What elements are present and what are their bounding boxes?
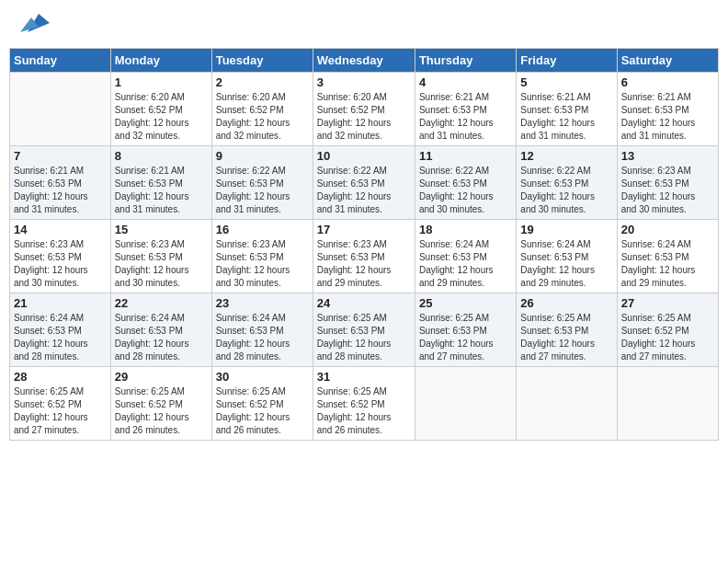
day-info: Sunrise: 6:25 AM Sunset: 6:52 PM Dayligh… <box>317 385 411 437</box>
weekday-friday: Friday <box>517 49 617 73</box>
weekday-tuesday: Tuesday <box>211 49 313 73</box>
day-info: Sunrise: 6:25 AM Sunset: 6:53 PM Dayligh… <box>419 312 512 363</box>
day-info: Sunrise: 6:24 AM Sunset: 6:53 PM Dayligh… <box>14 312 107 363</box>
day-info: Sunrise: 6:25 AM Sunset: 6:53 PM Dayligh… <box>317 312 411 363</box>
calendar-cell: 10Sunrise: 6:22 AM Sunset: 6:53 PM Dayli… <box>313 146 415 220</box>
day-info: Sunrise: 6:20 AM Sunset: 6:52 PM Dayligh… <box>115 91 208 143</box>
day-info: Sunrise: 6:25 AM Sunset: 6:52 PM Dayligh… <box>14 385 107 437</box>
day-info: Sunrise: 6:24 AM Sunset: 6:53 PM Dayligh… <box>621 238 714 290</box>
day-number: 25 <box>419 296 512 310</box>
calendar-cell: 8Sunrise: 6:21 AM Sunset: 6:53 PM Daylig… <box>110 146 211 220</box>
day-info: Sunrise: 6:22 AM Sunset: 6:53 PM Dayligh… <box>520 165 612 216</box>
logo <box>18 17 50 39</box>
day-info: Sunrise: 6:25 AM Sunset: 6:53 PM Dayligh… <box>520 312 612 363</box>
day-info: Sunrise: 6:21 AM Sunset: 6:53 PM Dayligh… <box>14 165 107 216</box>
day-number: 21 <box>14 296 107 310</box>
day-number: 9 <box>216 149 309 163</box>
calendar-cell: 28Sunrise: 6:25 AM Sunset: 6:52 PM Dayli… <box>10 367 111 441</box>
calendar-week-1: 1Sunrise: 6:20 AM Sunset: 6:52 PM Daylig… <box>10 73 719 146</box>
calendar-cell: 4Sunrise: 6:21 AM Sunset: 6:53 PM Daylig… <box>415 73 516 146</box>
calendar-cell <box>415 367 516 441</box>
day-number: 30 <box>216 370 309 384</box>
calendar-cell <box>517 367 617 441</box>
day-info: Sunrise: 6:20 AM Sunset: 6:52 PM Dayligh… <box>317 91 411 143</box>
day-number: 5 <box>520 75 612 89</box>
day-info: Sunrise: 6:23 AM Sunset: 6:53 PM Dayligh… <box>621 165 714 216</box>
day-number: 6 <box>621 75 714 89</box>
day-number: 18 <box>419 223 512 236</box>
day-info: Sunrise: 6:24 AM Sunset: 6:53 PM Dayligh… <box>216 312 309 363</box>
calendar-cell: 20Sunrise: 6:24 AM Sunset: 6:53 PM Dayli… <box>617 220 718 293</box>
day-info: Sunrise: 6:22 AM Sunset: 6:53 PM Dayligh… <box>317 165 411 216</box>
calendar-cell: 25Sunrise: 6:25 AM Sunset: 6:53 PM Dayli… <box>415 293 516 367</box>
calendar-cell: 17Sunrise: 6:23 AM Sunset: 6:53 PM Dayli… <box>313 220 415 293</box>
day-info: Sunrise: 6:21 AM Sunset: 6:53 PM Dayligh… <box>621 91 714 143</box>
weekday-saturday: Saturday <box>617 49 718 73</box>
day-info: Sunrise: 6:25 AM Sunset: 6:52 PM Dayligh… <box>621 312 714 363</box>
calendar-cell: 9Sunrise: 6:22 AM Sunset: 6:53 PM Daylig… <box>211 146 313 220</box>
day-number: 14 <box>14 223 107 236</box>
day-number: 15 <box>115 223 208 236</box>
day-number: 17 <box>317 223 411 236</box>
calendar-cell: 12Sunrise: 6:22 AM Sunset: 6:53 PM Dayli… <box>517 146 617 220</box>
day-number: 3 <box>317 75 411 89</box>
day-number: 2 <box>216 75 309 89</box>
weekday-thursday: Thursday <box>415 49 516 73</box>
calendar-cell: 11Sunrise: 6:22 AM Sunset: 6:53 PM Dayli… <box>415 146 516 220</box>
calendar-week-2: 7Sunrise: 6:21 AM Sunset: 6:53 PM Daylig… <box>10 146 719 220</box>
day-info: Sunrise: 6:21 AM Sunset: 6:53 PM Dayligh… <box>520 91 612 143</box>
day-number: 4 <box>419 75 512 89</box>
calendar-cell: 1Sunrise: 6:20 AM Sunset: 6:52 PM Daylig… <box>110 73 211 146</box>
day-info: Sunrise: 6:24 AM Sunset: 6:53 PM Dayligh… <box>115 312 208 363</box>
day-info: Sunrise: 6:23 AM Sunset: 6:53 PM Dayligh… <box>115 238 208 290</box>
calendar-week-3: 14Sunrise: 6:23 AM Sunset: 6:53 PM Dayli… <box>10 220 719 293</box>
calendar-cell: 15Sunrise: 6:23 AM Sunset: 6:53 PM Dayli… <box>110 220 211 293</box>
calendar-cell: 13Sunrise: 6:23 AM Sunset: 6:53 PM Dayli… <box>617 146 718 220</box>
logo-icon <box>20 10 50 36</box>
day-number: 23 <box>216 296 309 310</box>
calendar-cell: 26Sunrise: 6:25 AM Sunset: 6:53 PM Dayli… <box>517 293 617 367</box>
calendar-cell <box>10 73 111 146</box>
calendar-cell: 5Sunrise: 6:21 AM Sunset: 6:53 PM Daylig… <box>517 73 617 146</box>
calendar-cell: 27Sunrise: 6:25 AM Sunset: 6:52 PM Dayli… <box>617 293 718 367</box>
day-number: 8 <box>115 149 208 163</box>
day-number: 31 <box>317 370 411 384</box>
day-number: 10 <box>317 149 411 163</box>
calendar-cell: 3Sunrise: 6:20 AM Sunset: 6:52 PM Daylig… <box>313 73 415 146</box>
calendar-cell: 30Sunrise: 6:25 AM Sunset: 6:52 PM Dayli… <box>211 367 313 441</box>
calendar-cell <box>617 367 718 441</box>
calendar-cell: 22Sunrise: 6:24 AM Sunset: 6:53 PM Dayli… <box>110 293 211 367</box>
day-info: Sunrise: 6:24 AM Sunset: 6:53 PM Dayligh… <box>419 238 512 290</box>
calendar-table: SundayMondayTuesdayWednesdayThursdayFrid… <box>9 48 719 441</box>
day-info: Sunrise: 6:20 AM Sunset: 6:52 PM Dayligh… <box>216 91 309 143</box>
day-info: Sunrise: 6:23 AM Sunset: 6:53 PM Dayligh… <box>317 238 411 290</box>
calendar-cell: 23Sunrise: 6:24 AM Sunset: 6:53 PM Dayli… <box>211 293 313 367</box>
day-info: Sunrise: 6:23 AM Sunset: 6:53 PM Dayligh… <box>14 238 107 290</box>
day-number: 1 <box>115 75 208 89</box>
day-number: 26 <box>520 296 612 310</box>
day-number: 24 <box>317 296 411 310</box>
day-number: 16 <box>216 223 309 236</box>
calendar-cell: 18Sunrise: 6:24 AM Sunset: 6:53 PM Dayli… <box>415 220 516 293</box>
day-number: 20 <box>621 223 714 236</box>
weekday-monday: Monday <box>110 49 211 73</box>
day-number: 7 <box>14 149 107 163</box>
calendar-cell: 24Sunrise: 6:25 AM Sunset: 6:53 PM Dayli… <box>313 293 415 367</box>
calendar-week-4: 21Sunrise: 6:24 AM Sunset: 6:53 PM Dayli… <box>10 293 719 367</box>
day-info: Sunrise: 6:25 AM Sunset: 6:52 PM Dayligh… <box>115 385 208 437</box>
calendar-week-5: 28Sunrise: 6:25 AM Sunset: 6:52 PM Dayli… <box>10 367 719 441</box>
calendar-cell: 16Sunrise: 6:23 AM Sunset: 6:53 PM Dayli… <box>211 220 313 293</box>
day-number: 19 <box>520 223 612 236</box>
day-info: Sunrise: 6:21 AM Sunset: 6:53 PM Dayligh… <box>419 91 512 143</box>
day-number: 11 <box>419 149 512 163</box>
page-header <box>9 9 719 42</box>
weekday-wednesday: Wednesday <box>313 49 415 73</box>
calendar-cell: 7Sunrise: 6:21 AM Sunset: 6:53 PM Daylig… <box>10 146 111 220</box>
day-number: 27 <box>621 296 714 310</box>
calendar-cell: 31Sunrise: 6:25 AM Sunset: 6:52 PM Dayli… <box>313 367 415 441</box>
day-info: Sunrise: 6:24 AM Sunset: 6:53 PM Dayligh… <box>520 238 612 290</box>
calendar-cell: 21Sunrise: 6:24 AM Sunset: 6:53 PM Dayli… <box>10 293 111 367</box>
day-number: 22 <box>115 296 208 310</box>
day-number: 29 <box>115 370 208 384</box>
day-info: Sunrise: 6:21 AM Sunset: 6:53 PM Dayligh… <box>115 165 208 216</box>
